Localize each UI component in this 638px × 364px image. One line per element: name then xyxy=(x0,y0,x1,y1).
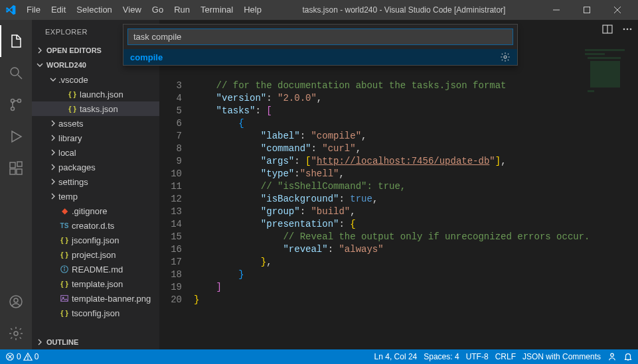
command-palette-item[interactable]: compile xyxy=(123,49,517,65)
menu-edit[interactable]: Edit xyxy=(46,0,71,20)
file-readme-md[interactable]: README.md xyxy=(32,262,159,276)
window-controls xyxy=(541,0,633,20)
command-palette-input[interactable] xyxy=(127,29,513,45)
status-bar: 0 0 Ln 4, Col 24 Spaces: 4 UTF-8 CRLF JS… xyxy=(0,349,638,364)
svg-point-32 xyxy=(27,359,28,359)
file-tasks-json[interactable]: { }tasks.json xyxy=(32,101,159,116)
minimap[interactable] xyxy=(582,46,635,126)
folder-settings[interactable]: settings xyxy=(32,174,159,189)
tree-item-label: temp xyxy=(58,192,78,202)
file-project-json[interactable]: { }project.json xyxy=(32,247,159,262)
tree-item-label: local xyxy=(58,148,76,158)
minimize-button[interactable] xyxy=(541,0,572,20)
code-content[interactable]: // for the documentation about the tasks… xyxy=(194,80,638,349)
file-template-json[interactable]: { }template.json xyxy=(32,276,159,291)
tree-item-label: tasks.json xyxy=(80,104,118,114)
image-file-icon xyxy=(58,294,70,303)
settings-gear-icon[interactable] xyxy=(0,318,32,349)
folder--vscode[interactable]: .vscode xyxy=(32,72,159,87)
tree-item-label: .gitignore xyxy=(72,206,107,216)
tree-item-label: jsconfig.json xyxy=(72,235,120,245)
folder-temp[interactable]: temp xyxy=(32,189,159,204)
status-indentation[interactable]: Spaces: 4 xyxy=(424,352,459,361)
svg-rect-20 xyxy=(61,296,68,302)
status-notifications-icon[interactable] xyxy=(623,352,633,361)
folder-packages[interactable]: packages xyxy=(32,160,159,174)
configure-task-gear-icon[interactable] xyxy=(500,52,511,62)
svg-rect-12 xyxy=(17,169,22,174)
tree-item-label: assets xyxy=(58,119,84,129)
git-file-icon: ◆ xyxy=(58,206,70,215)
vscode-logo-icon xyxy=(5,5,16,15)
ts-file-icon: TS xyxy=(58,222,70,229)
menu-file[interactable]: File xyxy=(21,0,46,20)
folder-library[interactable]: library xyxy=(32,131,159,145)
search-icon[interactable] xyxy=(0,57,32,89)
sidebar: EXPLORER OPEN EDITORS WORLD240 .vscode{ … xyxy=(32,20,159,349)
svg-point-15 xyxy=(14,298,18,302)
tree-item-label: project.json xyxy=(72,250,116,260)
menu-selection[interactable]: Selection xyxy=(71,0,117,20)
json-file-icon: { } xyxy=(58,236,70,244)
svg-point-27 xyxy=(504,56,507,58)
svg-line-5 xyxy=(18,75,22,79)
chevron-right-icon xyxy=(48,133,58,143)
source-control-icon[interactable] xyxy=(0,89,32,121)
section-workspace-label: WORLD240 xyxy=(46,61,86,69)
close-button[interactable] xyxy=(602,0,633,20)
svg-rect-1 xyxy=(584,7,590,13)
json-file-icon: { } xyxy=(58,280,70,288)
svg-point-33 xyxy=(611,353,613,356)
chevron-right-icon xyxy=(48,176,58,187)
svg-point-6 xyxy=(18,99,21,103)
command-palette: compile xyxy=(123,24,518,66)
menu-bar: FileEditSelectionViewGoRunTerminalHelp xyxy=(21,0,267,20)
tree-item-label: tsconfig.json xyxy=(72,308,120,318)
folder-assets[interactable]: assets xyxy=(32,116,159,131)
status-language-mode[interactable]: JSON with Comments xyxy=(522,352,601,361)
menu-view[interactable]: View xyxy=(118,0,147,20)
json-file-icon: { } xyxy=(66,105,78,113)
extensions-icon[interactable] xyxy=(0,152,32,184)
json-file-icon: { } xyxy=(66,90,78,98)
run-debug-icon[interactable] xyxy=(0,121,32,152)
status-eol[interactable]: CRLF xyxy=(495,352,516,361)
tree-item-label: packages xyxy=(58,162,96,172)
file-jsconfig-json[interactable]: { }jsconfig.json xyxy=(32,233,159,247)
status-warnings-count: 0 xyxy=(35,352,39,361)
menu-run[interactable]: Run xyxy=(169,0,195,20)
menu-terminal[interactable]: Terminal xyxy=(195,0,238,20)
svg-point-16 xyxy=(14,332,18,335)
title-bar: FileEditSelectionViewGoRunTerminalHelp t… xyxy=(0,0,638,20)
status-errors-count: 0 xyxy=(17,352,21,361)
menu-go[interactable]: Go xyxy=(147,0,169,20)
file-launch-json[interactable]: { }launch.json xyxy=(32,87,159,101)
svg-point-4 xyxy=(11,68,19,76)
info-file-icon xyxy=(58,265,70,274)
svg-point-19 xyxy=(64,267,65,268)
file-tree: .vscode{ }launch.json{ }tasks.jsonassets… xyxy=(32,72,159,335)
accounts-icon[interactable] xyxy=(0,286,32,318)
status-encoding[interactable]: UTF-8 xyxy=(466,352,489,361)
command-palette-item-label: compile xyxy=(130,52,163,62)
status-feedback-icon[interactable] xyxy=(607,352,617,361)
file--gitignore[interactable]: ◆.gitignore xyxy=(32,204,159,218)
menu-help[interactable]: Help xyxy=(238,0,267,20)
editor-area: 34567891011121314151617181920 // for the… xyxy=(159,20,638,349)
status-cursor-position[interactable]: Ln 4, Col 24 xyxy=(374,352,418,361)
editor-body[interactable]: 34567891011121314151617181920 // for the… xyxy=(159,20,638,349)
activity-bar xyxy=(0,20,32,349)
line-gutter: 34567891011121314151617181920 xyxy=(159,80,194,349)
file-tsconfig-json[interactable]: { }tsconfig.json xyxy=(32,306,159,320)
explorer-icon[interactable] xyxy=(0,25,32,57)
chevron-right-icon xyxy=(48,118,58,129)
maximize-button[interactable] xyxy=(572,0,602,20)
section-outline[interactable]: OUTLINE xyxy=(32,335,159,349)
file-template-banner-png[interactable]: template-banner.png xyxy=(32,291,159,306)
tree-item-label: .vscode xyxy=(58,75,88,85)
status-problems[interactable]: 0 0 xyxy=(5,352,39,361)
svg-rect-11 xyxy=(10,169,15,174)
file-creator-d-ts[interactable]: TScreator.d.ts xyxy=(32,218,159,233)
tree-item-label: launch.json xyxy=(80,90,123,99)
folder-local[interactable]: local xyxy=(32,145,159,160)
